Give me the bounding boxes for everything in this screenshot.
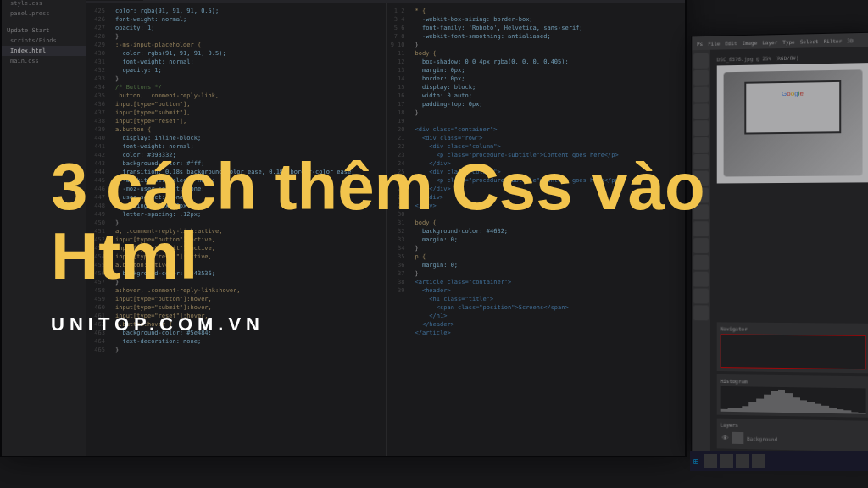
website-url: UNITOP.COM.VN (51, 313, 868, 336)
title-overlay: 3 cách thêm Css vào Html UNITOP.COM.VN (0, 0, 868, 488)
headline-text: 3 cách thêm Css vào Html (51, 152, 868, 291)
